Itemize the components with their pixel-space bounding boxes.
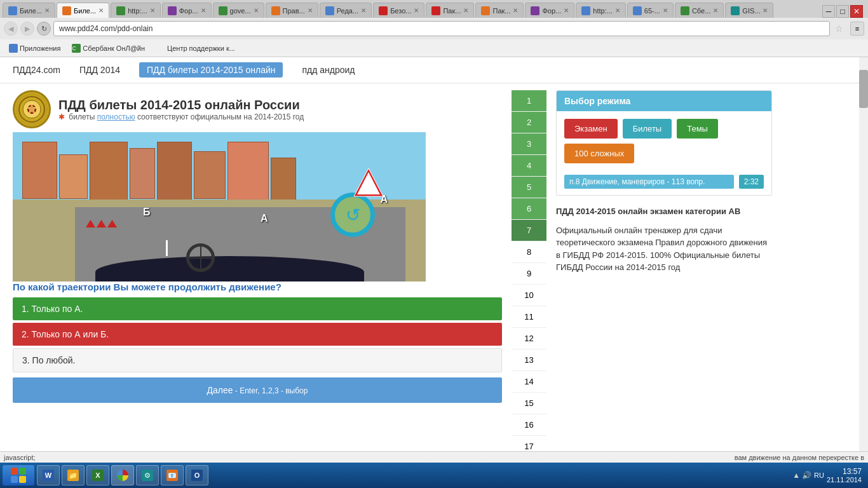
tab-favicon-13 xyxy=(633,6,642,15)
building-8 xyxy=(271,158,296,202)
tab-2[interactable]: Биле... ✕ xyxy=(57,3,109,18)
num-6[interactable]: 6 xyxy=(512,198,546,220)
address-text: www.pdd24.com/pdd-onlain xyxy=(59,24,153,33)
bookmark-support[interactable]: Центр поддержки к... xyxy=(153,43,239,54)
chevron-1 xyxy=(86,220,95,227)
tab-13[interactable]: 65-... ✕ xyxy=(627,3,674,18)
tab-close-4[interactable]: ✕ xyxy=(201,7,206,14)
tab-11[interactable]: Фор... ✕ xyxy=(525,3,574,18)
tab-close-15[interactable]: ✕ xyxy=(763,7,768,14)
num-11[interactable]: 11 xyxy=(512,306,546,328)
nav-pdd2014[interactable]: ПДД 2014 xyxy=(79,62,120,78)
tab-favicon-7 xyxy=(325,6,334,15)
tab-9[interactable]: Пак... ✕ xyxy=(426,3,474,18)
num-7[interactable]: 7 xyxy=(512,220,546,241)
tab-close-5[interactable]: ✕ xyxy=(254,7,259,14)
num-13[interactable]: 13 xyxy=(512,349,546,371)
tab-close-1[interactable]: ✕ xyxy=(44,7,50,14)
tab-close-11[interactable]: ✕ xyxy=(564,7,569,14)
subtitle-link[interactable]: полностью xyxy=(97,112,135,121)
maximize-btn[interactable]: □ xyxy=(836,5,849,18)
tab-1[interactable]: Биле... ✕ xyxy=(3,3,55,18)
mode-bilets[interactable]: Билеты xyxy=(623,119,672,139)
bookmark-apps[interactable]: Приложения xyxy=(5,43,64,54)
tab-close-9[interactable]: ✕ xyxy=(463,7,468,14)
scrollbar[interactable] xyxy=(859,57,868,456)
building-2 xyxy=(59,154,88,199)
num-12[interactable]: 12 xyxy=(512,328,546,349)
address-bar-row: ◀ ▶ ↻ www.pdd24.com/pdd-onlain ☆ ≡ xyxy=(0,18,868,39)
tab-12[interactable]: http:... ✕ xyxy=(576,3,626,18)
num-15[interactable]: 15 xyxy=(512,393,546,414)
logo-inner xyxy=(16,93,48,125)
tab-close-14[interactable]: ✕ xyxy=(713,7,718,14)
close-btn[interactable]: ✕ xyxy=(850,5,863,18)
question-text: По какой траектории Вы можете продолжить… xyxy=(13,281,502,292)
tab-close-3[interactable]: ✕ xyxy=(150,7,155,14)
subtitle-pre: билеты xyxy=(69,112,95,121)
tab-favicon-3 xyxy=(116,6,125,15)
tab-5[interactable]: gove... ✕ xyxy=(213,3,264,18)
num-9[interactable]: 9 xyxy=(512,263,546,285)
bookmark-sber[interactable]: С Сбербанк ОнЛ@йн xyxy=(68,43,149,54)
mode-temy[interactable]: Темы xyxy=(677,119,718,139)
logo xyxy=(13,90,51,128)
forward-button[interactable]: ▶ xyxy=(20,22,34,36)
num-14[interactable]: 14 xyxy=(512,371,546,393)
menu-btn[interactable]: ≡ xyxy=(850,22,864,36)
tab-close-2[interactable]: ✕ xyxy=(98,7,104,14)
num-4[interactable]: 4 xyxy=(512,155,546,177)
label-b: Б xyxy=(143,207,151,218)
tab-3[interactable]: http:... ✕ xyxy=(111,3,161,18)
tab-close-10[interactable]: ✕ xyxy=(513,7,518,14)
description-detail: Официальный онлайн тренажер для сдачи те… xyxy=(556,224,772,274)
num-8[interactable]: 8 xyxy=(512,241,546,263)
tab-14[interactable]: Сбе... ✕ xyxy=(675,3,724,18)
tab-close-12[interactable]: ✕ xyxy=(615,7,620,14)
tab-10[interactable]: Пак... ✕ xyxy=(475,3,524,18)
info-badge: п.8 Движение, маневриров - 113 вопр. xyxy=(564,175,734,189)
back-button[interactable]: ◀ xyxy=(4,22,18,36)
num-16[interactable]: 16 xyxy=(512,414,546,436)
time-badge: 2:32 xyxy=(739,175,764,189)
tab-label-15: GIS... xyxy=(742,7,760,15)
tab-15[interactable]: GIS... ✕ xyxy=(725,3,773,18)
tab-7[interactable]: Реда... ✕ xyxy=(320,3,372,18)
num-3[interactable]: 3 xyxy=(512,133,546,155)
address-bar[interactable]: www.pdd24.com/pdd-onlain xyxy=(53,21,830,36)
bookmark-star[interactable]: ☆ xyxy=(832,22,845,35)
tab-label-3: http:... xyxy=(128,7,147,15)
tab-close-8[interactable]: ✕ xyxy=(414,7,419,14)
tab-favicon-8 xyxy=(379,6,388,15)
num-10[interactable]: 10 xyxy=(512,285,546,306)
answer-1[interactable]: 1. Только по А. xyxy=(13,297,502,320)
answer-2[interactable]: 2. Только по А или Б. xyxy=(13,323,502,346)
tab-label-5: gove... xyxy=(230,7,251,15)
tab-close-13[interactable]: ✕ xyxy=(663,7,668,14)
tab-close-7[interactable]: ✕ xyxy=(361,7,366,14)
tab-8[interactable]: Безо... ✕ xyxy=(373,3,424,18)
nav-pdd-bilets[interactable]: ПДД билеты 2014-2015 онлайн xyxy=(139,62,283,78)
minimize-btn[interactable]: ─ xyxy=(822,5,835,18)
bookmark-sber-icon: С xyxy=(72,44,81,53)
building-1 xyxy=(22,142,57,199)
road-line-1 xyxy=(166,240,168,256)
num-2[interactable]: 2 xyxy=(512,112,546,133)
scrollbar-thumb[interactable] xyxy=(859,70,868,108)
mode-exam[interactable]: Экзамен xyxy=(564,119,618,139)
num-5[interactable]: 5 xyxy=(512,177,546,198)
next-button[interactable]: Далее - Enter, 1,2,3 - выбор xyxy=(13,377,502,403)
tab-label-11: Фор... xyxy=(542,7,561,15)
reload-button[interactable]: ↻ xyxy=(37,22,51,36)
num-1[interactable]: 1 xyxy=(512,90,546,112)
mode-100[interactable]: 100 сложных xyxy=(564,144,634,163)
answer-3[interactable]: 3. По любой. xyxy=(13,348,502,372)
tab-label-12: http:... xyxy=(593,7,613,15)
tab-label-2: Биле... xyxy=(74,7,96,15)
tab-6[interactable]: Прав... ✕ xyxy=(266,3,318,18)
nav-pdd24[interactable]: ПДД24.com xyxy=(13,62,60,78)
tab-4[interactable]: Фор... ✕ xyxy=(162,3,212,18)
tab-close-6[interactable]: ✕ xyxy=(308,7,313,14)
browser-chrome: Биле... ✕ Биле... ✕ http:... ✕ Фор... ✕ … xyxy=(0,0,868,456)
nav-android[interactable]: пдд андроид xyxy=(302,62,355,78)
